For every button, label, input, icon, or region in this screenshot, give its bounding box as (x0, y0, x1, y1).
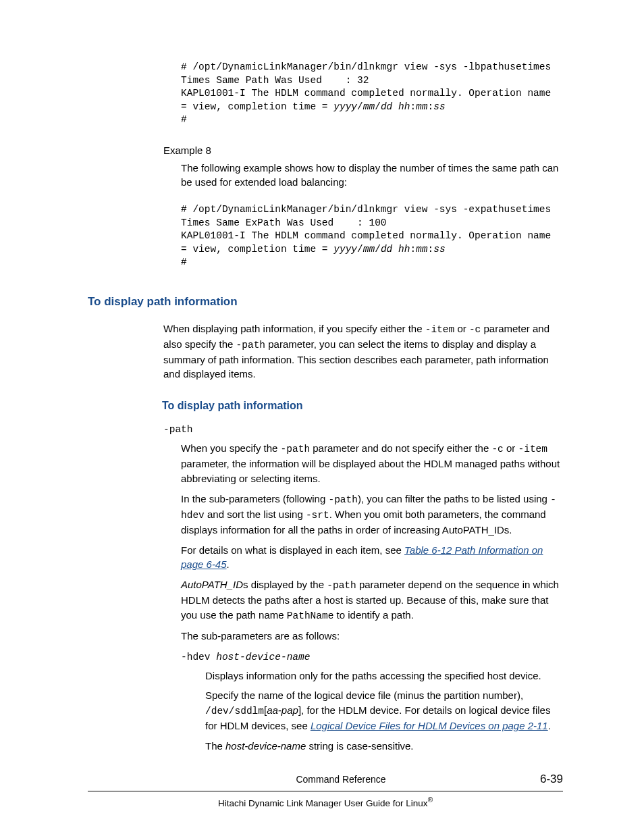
code-seg: / (375, 101, 381, 112)
code-seg: mm (363, 101, 375, 112)
inline-code: PathName (287, 610, 334, 621)
code-seg: -hdev (181, 652, 216, 662)
section-intro: When displaying path information, if you… (163, 321, 563, 382)
code-seg: = view, completion time = (181, 244, 333, 255)
footer-top: Command Reference 6-39 (88, 771, 563, 791)
page-content: # /opt/DynamicLinkManager/bin/dlnkmgr vi… (88, 61, 563, 754)
code-line: # (181, 257, 187, 267)
page-footer: Command Reference 6-39 Hitachi Dynamic L… (88, 771, 563, 810)
text: or (454, 323, 469, 334)
text: In the sub-parameters (following (181, 493, 328, 504)
footer-guide-title: Hitachi Dynamic Link Manager User Guide … (88, 796, 563, 810)
inline-code: -c (469, 324, 481, 335)
code-seg: mm (416, 101, 427, 112)
text: to identify a path. (333, 609, 413, 621)
inline-code: -item (425, 324, 455, 335)
text: When displaying path information, if you… (163, 323, 425, 334)
inline-code: -srt (306, 510, 329, 521)
text: s displayed by the (243, 579, 327, 590)
code-seg: / (375, 244, 381, 255)
text: . (548, 720, 551, 731)
paragraph: AutoPATH_IDs displayed by the -path para… (181, 577, 563, 623)
code-seg: : (428, 244, 434, 255)
code-seg: dd hh (381, 101, 410, 112)
example-label: Example 8 (163, 143, 563, 158)
text: and sort the list using (205, 509, 306, 520)
paragraph: When you specify the -path parameter and… (181, 441, 563, 486)
code-seg: : (410, 244, 416, 255)
inline-code: /dev/sddlm (205, 706, 264, 716)
subparameter-name: -hdev host-device-name (181, 650, 563, 664)
code-line: # (181, 114, 187, 125)
registered-mark: ® (428, 796, 433, 804)
paragraph: For details on what is displayed in each… (181, 543, 563, 573)
inline-code: -path (328, 494, 358, 505)
text: string is case-sensitive. (306, 740, 413, 752)
text: parameter and do not specify either the (310, 442, 491, 454)
code-block-2: # /opt/DynamicLinkManager/bin/dlnkmgr vi… (181, 203, 563, 269)
code-line: KAPL01001-I The HDLM command completed n… (181, 88, 557, 99)
inline-code: -path (327, 580, 356, 591)
paragraph: The host-device-name string is case-sens… (205, 739, 563, 754)
code-line: # /opt/DynamicLinkManager/bin/dlnkmgr vi… (181, 204, 551, 215)
paragraph: The sub-parameters are as follows: (181, 629, 563, 644)
code-seg: ss (433, 244, 445, 255)
paragraph: Displays information only for the paths … (205, 669, 563, 683)
code-seg: ss (433, 101, 445, 112)
code-seg: = view, completion time = (181, 101, 333, 112)
code-seg: dd hh (381, 244, 410, 255)
text: or (504, 442, 518, 454)
paragraph: Specify the name of the logical device f… (205, 688, 563, 733)
code-line: # /opt/DynamicLinkManager/bin/dlnkmgr vi… (181, 61, 551, 72)
text: . (227, 558, 230, 570)
text: parameter, the information will be displ… (181, 458, 560, 484)
parameter-name: -path (163, 423, 563, 437)
inline-code: -item (518, 444, 548, 454)
code-seg: : (428, 101, 434, 112)
inline-code: -path (281, 444, 311, 454)
text-italic: AutoPATH_ID (181, 579, 243, 590)
code-seg: : (410, 101, 416, 112)
paragraph: In the sub-parameters (following -path),… (181, 492, 563, 538)
text: When you specify the (181, 442, 281, 454)
code-seg-italic: host-device-name (216, 652, 310, 662)
inline-code: -c (491, 444, 503, 454)
code-line: Times Same Path Was Used : 32 (181, 75, 369, 86)
code-line: Times Same ExPath Was Used : 100 (181, 217, 387, 228)
code-line: KAPL01001-I The HDLM command completed n… (181, 230, 557, 241)
text-italic: aa-pap (267, 704, 298, 716)
page-number: 6-39 (540, 771, 563, 788)
inline-code: -path (236, 340, 266, 350)
text: Hitachi Dynamic Link Manager User Guide … (218, 798, 428, 808)
subparameter-description: Displays information only for the paths … (205, 669, 563, 754)
code-seg: mm (363, 244, 375, 255)
logical-device-link[interactable]: Logical Device Files for HDLM Devices on… (311, 720, 548, 731)
code-seg: yyyy (333, 244, 357, 255)
text: For details on what is displayed in each… (181, 544, 404, 556)
example-body: The following example shows how to displ… (181, 161, 563, 190)
code-seg: / (357, 244, 363, 255)
text: Specify the name of the logical device f… (205, 689, 523, 701)
code-seg: / (357, 101, 363, 112)
text-italic: host-device-name (225, 740, 306, 752)
footer-section-title: Command Reference (296, 773, 385, 786)
text: ), you can filter the paths to be listed… (358, 493, 550, 504)
text: The (205, 740, 225, 752)
code-block-1: # /opt/DynamicLinkManager/bin/dlnkmgr vi… (181, 61, 563, 127)
section-heading: To display path information (88, 294, 563, 311)
code-seg: mm (416, 244, 427, 255)
parameter-description: When you specify the -path parameter and… (181, 441, 563, 643)
subsection-heading: To display path information (162, 398, 563, 413)
code-seg: yyyy (333, 101, 357, 112)
